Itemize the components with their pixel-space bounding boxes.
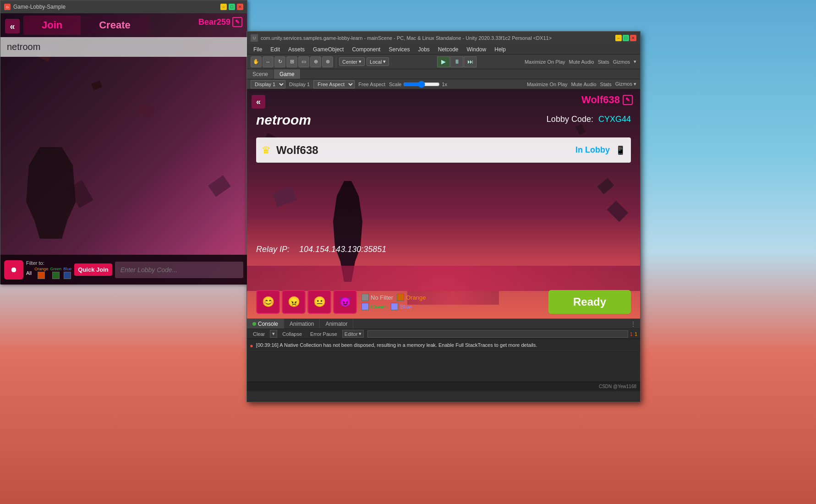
filter-blue-item[interactable]: Blue: [63, 267, 71, 279]
left-game-area: « Join Create Bear259 ✎ ⏺ Filter to: All: [0, 13, 247, 285]
left-search-box: [0, 37, 247, 57]
player-name-input[interactable]: [276, 144, 570, 157]
menu-assets[interactable]: Assets: [285, 45, 308, 54]
menu-edit[interactable]: Edit: [267, 45, 284, 54]
team-filter-row-2: Green Blue: [361, 303, 426, 310]
green-filter-item[interactable]: Green: [361, 303, 387, 310]
mute-audio-gizmo[interactable]: Mute Audio: [571, 82, 597, 87]
tab-create[interactable]: Create: [81, 16, 148, 35]
ready-button[interactable]: Ready: [548, 290, 631, 314]
filter-orange-item[interactable]: Orange: [34, 267, 48, 279]
aspect-label: Free Aspect: [358, 82, 385, 87]
hand-tool[interactable]: ✋: [251, 56, 262, 67]
gizmos-gizmo[interactable]: Gizmos ▾: [615, 81, 636, 87]
record-button[interactable]: ⏺: [4, 260, 23, 279]
pivot-dropdown[interactable]: Center ▾: [339, 57, 365, 66]
console-search-input[interactable]: [367, 330, 628, 338]
blue-filter-item[interactable]: Blue: [391, 303, 412, 310]
statusbar-right: CSDN @Yew1168: [599, 384, 636, 389]
face-happy-button[interactable]: 😊: [256, 290, 280, 314]
menu-gameobject[interactable]: GameObject: [309, 45, 347, 54]
menu-file[interactable]: File: [250, 45, 266, 54]
quick-join-button[interactable]: Quick Join: [74, 263, 112, 276]
face-angry-button[interactable]: 😠: [282, 290, 306, 314]
orange-filter-box[interactable]: [397, 294, 404, 301]
scene-tab[interactable]: Scene: [247, 69, 274, 79]
back-arrow-left[interactable]: «: [5, 19, 20, 33]
menu-help[interactable]: Help: [491, 45, 509, 54]
filter-green-box[interactable]: [52, 272, 60, 279]
unity-win-controls[interactable]: – □ ✕: [615, 35, 636, 41]
console-tab-animator[interactable]: Animator: [320, 319, 353, 329]
console-tab-animation[interactable]: Animation: [284, 319, 320, 329]
console-tab-console[interactable]: Console: [247, 319, 284, 329]
error-pause-button[interactable]: Error Pause: [307, 330, 340, 338]
scale-tool[interactable]: ⊞: [286, 56, 297, 67]
gizmos-dropdown-arrow[interactable]: ▾: [634, 59, 636, 65]
stats-toggle[interactable]: Stats: [598, 59, 609, 65]
green-filter-box[interactable]: [361, 303, 369, 310]
mute-audio[interactable]: Mute Audio: [569, 59, 594, 65]
custom-tool[interactable]: ⊗: [322, 56, 333, 67]
maximize-on-play[interactable]: Maximize On Play: [525, 59, 565, 65]
aspect-select[interactable]: Free Aspect: [313, 80, 355, 88]
close-button[interactable]: ✕: [237, 4, 243, 10]
rotate-tool[interactable]: ↻: [274, 56, 285, 67]
scale-range[interactable]: [403, 81, 440, 88]
maximize-on-play-gizmo[interactable]: Maximize On Play: [527, 82, 568, 87]
back-arrow-right[interactable]: «: [252, 95, 265, 109]
face-neutral-button[interactable]: 😐: [307, 290, 331, 314]
left-window-controls[interactable]: – □ ✕: [220, 4, 243, 10]
menu-jobs[interactable]: Jobs: [414, 45, 433, 54]
collapse-button[interactable]: Collapse: [279, 330, 305, 338]
unity-maximize-button[interactable]: □: [623, 35, 629, 41]
left-search-input[interactable]: [0, 37, 247, 57]
move-tool[interactable]: ↔: [263, 56, 274, 67]
maximize-button[interactable]: □: [229, 4, 235, 10]
unity-close-button[interactable]: ✕: [630, 35, 636, 41]
transform-tool[interactable]: ⊕: [310, 56, 321, 67]
menu-window[interactable]: Window: [463, 45, 490, 54]
clear-button[interactable]: Clear: [250, 330, 268, 338]
team-filter-row-1: No Filter Orange: [361, 294, 426, 301]
step-button[interactable]: ⏭: [464, 56, 476, 67]
debris-decoration: [91, 81, 102, 90]
display-select[interactable]: Display 1: [251, 80, 285, 88]
transform-tools: ✋ ↔ ↻ ⊞ ▭ ⊕ ⊗: [251, 56, 336, 67]
no-filter-box[interactable]: [361, 294, 369, 301]
filter-orange-box[interactable]: [38, 272, 45, 279]
clear-dropdown[interactable]: ▾: [270, 330, 277, 338]
room-title: netroom: [256, 112, 311, 128]
left-edit-icon[interactable]: ✎: [232, 17, 242, 27]
right-edit-icon[interactable]: ✎: [623, 95, 633, 105]
menu-component[interactable]: Component: [348, 45, 384, 54]
menu-services[interactable]: Services: [385, 45, 413, 54]
blue-filter-box[interactable]: [391, 303, 398, 310]
play-button[interactable]: ▶: [437, 56, 450, 67]
left-username: Bear259: [198, 17, 230, 27]
unity-minimize-button[interactable]: –: [615, 35, 622, 41]
no-filter-item[interactable]: No Filter: [361, 294, 393, 301]
filter-blue-box[interactable]: [64, 272, 71, 279]
console-more-options[interactable]: ⋮: [626, 320, 640, 328]
filter-green-item[interactable]: Green: [50, 267, 61, 279]
editor-dropdown[interactable]: Editor ▾: [342, 330, 364, 338]
left-window-title: Game-Lobby-Sample: [13, 4, 220, 10]
face-evil-button[interactable]: 😈: [333, 290, 357, 314]
game-tab[interactable]: Game: [274, 69, 301, 79]
stats-gizmo[interactable]: Stats: [600, 82, 612, 87]
scene-game-tabs: Scene Game: [247, 69, 640, 79]
menu-netcode[interactable]: Netcode: [434, 45, 462, 54]
minimize-button[interactable]: –: [220, 4, 227, 10]
gizmos-toggle[interactable]: Gizmos: [613, 59, 630, 65]
unity-statusbar: CSDN @Yew1168: [247, 382, 640, 391]
orange-filter-item[interactable]: Orange: [397, 294, 426, 301]
pause-button[interactable]: ⏸: [450, 56, 463, 67]
tab-join[interactable]: Join: [23, 16, 81, 35]
play-controls: ▶ ⏸ ⏭: [437, 56, 476, 67]
left-character-silhouette: [23, 147, 78, 239]
local-dropdown[interactable]: Local ▾: [367, 57, 389, 66]
rect-tool[interactable]: ▭: [298, 56, 309, 67]
right-debris-3: [575, 124, 586, 135]
lobby-code-input-left[interactable]: [115, 262, 243, 278]
